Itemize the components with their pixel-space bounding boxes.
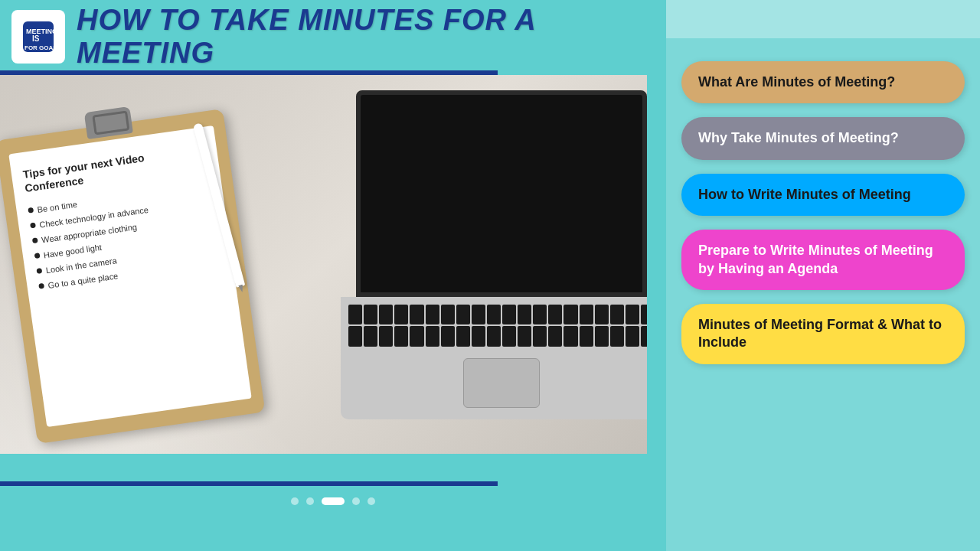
- svg-text:MEETING: MEETING: [26, 28, 54, 35]
- blue-bar-bottom: [0, 481, 498, 486]
- slide-right-toc: What Are Minutes of Meeting? Why Take Mi…: [666, 0, 980, 551]
- clipboard: Tips for your next Video Conference Be o…: [0, 109, 265, 444]
- key: [348, 326, 362, 346]
- key: [394, 326, 408, 346]
- key: [533, 326, 547, 346]
- key: [379, 305, 393, 324]
- key: [364, 305, 377, 324]
- key: [626, 305, 639, 324]
- key: [502, 326, 516, 346]
- nav-dot-2[interactable]: [306, 497, 314, 505]
- toc-item-3[interactable]: How to Write Minutes of Meeting: [681, 174, 965, 216]
- slide-title: HOW TO TAKE MINUTES FOR A MEETING: [77, 4, 655, 70]
- key: [456, 326, 470, 346]
- slide-header: MEETING IS FOR GOALS HOW TO TAKE MINUTES…: [0, 0, 666, 73]
- logo-box: MEETING IS FOR GOALS: [11, 10, 65, 64]
- slide-left: MEETING IS FOR GOALS HOW TO TAKE MINUTES…: [0, 0, 666, 551]
- svg-text:IS: IS: [32, 34, 40, 43]
- bullet-icon: [32, 237, 38, 243]
- key: [580, 305, 593, 324]
- presentation-overlay: MEETING IS FOR GOALS HOW TO TAKE MINUTES…: [0, 0, 980, 551]
- key: [441, 326, 455, 346]
- laptop-screen-display: [361, 95, 642, 292]
- clipboard-paper: Tips for your next Video Conference Be o…: [8, 125, 251, 426]
- toc-item-2[interactable]: Why Take Minutes of Meeting?: [681, 117, 965, 159]
- nav-dot-1[interactable]: [291, 497, 299, 505]
- laptop-screen: [356, 90, 647, 297]
- toc-item-5[interactable]: Minutes of Meeting Format & What to Incl…: [681, 304, 965, 364]
- key: [580, 326, 593, 346]
- key: [410, 305, 423, 324]
- key: [564, 305, 577, 324]
- bullet-icon: [28, 207, 34, 214]
- key: [595, 326, 609, 346]
- laptop: [325, 90, 647, 412]
- nav-dot-5[interactable]: [368, 497, 375, 505]
- key: [502, 305, 516, 324]
- key: [487, 326, 501, 346]
- logo-icon: MEETING IS FOR GOALS: [23, 21, 54, 52]
- key: [641, 326, 647, 346]
- svg-text:FOR GOALS: FOR GOALS: [24, 44, 54, 51]
- slide-navigation: [291, 497, 375, 505]
- toc-item-1[interactable]: What Are Minutes of Meeting?: [681, 61, 965, 103]
- key: [595, 305, 609, 324]
- key: [533, 305, 547, 324]
- key: [410, 326, 423, 346]
- key: [487, 305, 501, 324]
- key: [610, 305, 624, 324]
- key: [610, 326, 624, 346]
- slide-image: Tips for your next Video Conference Be o…: [0, 75, 647, 454]
- keyboard-area: [341, 297, 647, 419]
- bullet-icon: [30, 222, 36, 228]
- key: [426, 305, 439, 324]
- key: [641, 305, 647, 324]
- key: [548, 305, 562, 324]
- key: [364, 326, 377, 346]
- nav-dot-4[interactable]: [352, 497, 360, 505]
- key: [426, 326, 439, 346]
- bullet-icon: [34, 253, 41, 259]
- bullet-icon: [38, 283, 44, 289]
- key: [379, 326, 393, 346]
- clipboard-clip: [84, 106, 133, 139]
- key: [456, 305, 470, 324]
- key: [518, 305, 531, 324]
- blue-bar-top: [0, 70, 498, 75]
- key: [518, 326, 531, 346]
- key: [564, 326, 577, 346]
- toc-item-4[interactable]: Prepare to Write Minutes of Meeting by H…: [681, 230, 965, 290]
- key: [348, 305, 362, 324]
- key: [626, 326, 639, 346]
- key: [548, 326, 562, 346]
- key: [472, 326, 485, 346]
- clipboard-scene: Tips for your next Video Conference Be o…: [0, 75, 647, 454]
- bullet-icon: [36, 268, 42, 274]
- nav-dot-active[interactable]: [322, 497, 345, 505]
- touchpad: [463, 358, 540, 408]
- key: [441, 305, 455, 324]
- key: [394, 305, 408, 324]
- key: [472, 305, 485, 324]
